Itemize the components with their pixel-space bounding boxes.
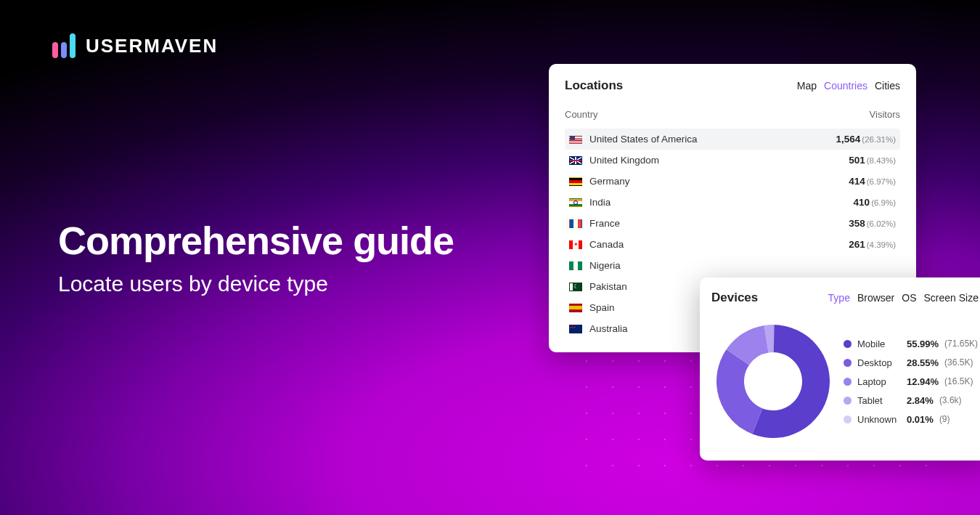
country-name: United Kingdom [589,155,659,166]
devices-legend: Mobile55.99%(71.65K)Desktop28.55%(36.5K)… [844,338,979,425]
locations-col-visitors: Visitors [870,109,900,120]
legend-item: Laptop12.94%(16.5K) [844,376,979,387]
hero-title: Comprehensive guide [58,218,454,263]
locations-tab-cities[interactable]: Cities [875,80,900,92]
country-name: Canada [589,239,624,250]
flag-icon [569,135,582,144]
visitor-count: 410 [854,197,870,208]
visitor-pct: (26.31%) [862,135,896,144]
visitor-pct: (6.02%) [867,219,896,228]
locations-col-country: Country [565,109,598,120]
visitor-count: 1,564 [836,134,861,145]
legend-label: Tablet [857,395,901,406]
legend-label: Laptop [857,376,901,387]
flag-icon [569,304,582,312]
locations-title: Locations [565,78,623,93]
flag-icon [569,198,582,207]
country-name: India [589,197,611,208]
legend-item: Tablet2.84%(3.6k) [844,395,979,406]
flag-icon [569,219,582,228]
legend-count: (3.6k) [939,395,962,405]
locations-tab-countries[interactable]: Countries [824,80,867,92]
legend-swatch [844,378,852,386]
legend-label: Unknown [857,414,901,425]
legend-swatch [844,359,852,367]
legend-pct: 0.01% [907,414,934,425]
devices-title: Devices [711,291,758,305]
visitor-count: 501 [849,155,865,166]
locations-tab-map[interactable]: Map [797,80,817,92]
country-name: Pakistan [589,281,627,292]
visitor-count: 261 [849,239,865,250]
legend-item: Unknown0.01%(9) [844,414,979,425]
hero-subtitle: Locate users by device type [58,272,454,296]
country-name: France [589,218,620,229]
brand-logo: USERMAVEN [52,33,218,58]
flag-icon [569,177,582,186]
flag-icon [569,283,582,291]
legend-label: Desktop [857,357,901,368]
country-name: Spain [589,302,615,313]
table-row[interactable]: United Kingdom501(8.43%) [565,150,900,171]
legend-count: (16.5K) [944,376,973,386]
devices-tab-screen-size[interactable]: Screen Size [924,292,979,304]
legend-pct: 55.99% [907,338,939,349]
country-name: United States of America [589,134,698,145]
country-name: Nigeria [589,260,621,271]
visitor-pct: (6.9%) [871,198,896,207]
table-row[interactable]: India410(6.9%) [565,192,900,213]
legend-pct: 2.84% [907,395,934,406]
flag-icon [569,261,582,270]
legend-label: Mobile [857,338,901,349]
devices-tab-type[interactable]: Type [828,292,850,304]
legend-count: (71.65K) [944,338,978,349]
table-row[interactable]: Canada261(4.39%) [565,234,900,255]
visitor-pct: (8.43%) [867,156,896,165]
legend-pct: 12.94% [907,376,939,387]
devices-tab-os[interactable]: OS [902,292,916,304]
legend-item: Mobile55.99%(71.65K) [844,338,979,349]
visitor-pct: (4.39%) [867,240,896,249]
table-row[interactable]: France358(6.02%) [565,213,900,234]
visitor-count: 358 [849,218,865,229]
hero-text: Comprehensive guide Locate users by devi… [58,218,454,296]
legend-count: (9) [939,414,950,424]
flag-icon [569,325,582,333]
legend-item: Desktop28.55%(36.5K) [844,357,979,368]
flag-icon [569,156,582,165]
devices-tab-browser[interactable]: Browser [857,292,894,304]
country-name: Germany [589,176,630,187]
logo-icon [52,33,75,58]
flag-icon [569,240,582,249]
visitor-count: 414 [849,176,865,187]
legend-swatch [844,415,852,423]
legend-count: (36.5K) [944,357,973,368]
country-name: Australia [589,323,628,334]
table-row[interactable]: Nigeria [565,255,900,276]
table-row[interactable]: United States of America1,564(26.31%) [565,129,900,150]
brand-name: USERMAVEN [86,35,218,57]
locations-tabs: MapCountriesCities [797,80,900,92]
visitor-pct: (6.97%) [867,177,896,186]
devices-donut-chart [711,320,835,443]
devices-tabs: TypeBrowserOSScreen Size [828,292,979,304]
legend-swatch [844,397,852,405]
legend-swatch [844,340,852,348]
legend-pct: 28.55% [907,357,939,368]
table-row[interactable]: Germany414(6.97%) [565,171,900,192]
devices-card: Devices TypeBrowserOSScreen Size Mobile5… [700,277,980,461]
